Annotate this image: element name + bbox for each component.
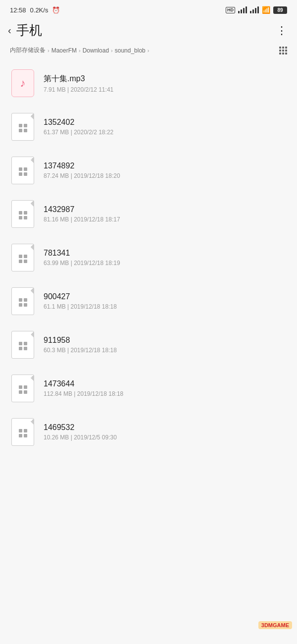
status-left: 12:58 0.2K/s ⏰ xyxy=(10,6,60,14)
speed-label: 0.2K/s xyxy=(30,6,49,14)
battery-indicator: 89 xyxy=(273,6,287,14)
list-item[interactable]: 1432987 81.16 MB | 2019/12/18 18:17 xyxy=(0,192,297,236)
breadcrumb-item-3[interactable]: sound_blob xyxy=(115,47,146,54)
hd-badge: HD xyxy=(226,7,235,13)
file-meta: 10.26 MB | 2019/12/5 09:30 xyxy=(44,434,287,441)
list-item[interactable]: 781341 63.99 MB | 2019/12/18 18:19 xyxy=(0,236,297,279)
file-info: 1469532 10.26 MB | 2019/12/5 09:30 xyxy=(44,423,287,441)
list-item[interactable]: 1374892 87.24 MB | 2019/12/18 18:20 xyxy=(0,149,297,192)
file-name: 911958 xyxy=(44,336,287,345)
file-icon-container xyxy=(10,199,36,229)
file-meta: 87.24 MB | 2019/12/18 18:20 xyxy=(44,172,287,179)
file-info: 1352402 61.37 MB | 2020/2/2 18:22 xyxy=(44,118,287,136)
grid-icon xyxy=(279,47,287,54)
file-name: 1432987 xyxy=(44,205,287,214)
breadcrumb-item-0[interactable]: 内部存储设备 xyxy=(10,46,46,54)
file-info: 900427 61.1 MB | 2019/12/18 18:18 xyxy=(44,292,287,310)
file-name: 1374892 xyxy=(44,161,287,170)
file-icon-container xyxy=(10,374,36,403)
file-name: 1352402 xyxy=(44,118,287,127)
file-meta: 61.37 MB | 2020/2/2 18:22 xyxy=(44,129,287,136)
file-icon-container xyxy=(10,330,36,360)
file-icon-container xyxy=(10,286,36,316)
list-item[interactable]: ♪ 第十集.mp3 7.91 MB | 2020/2/12 11:41 xyxy=(0,61,297,105)
file-info: 第十集.mp3 7.91 MB | 2020/2/12 11:41 xyxy=(44,74,287,93)
file-name: 第十集.mp3 xyxy=(44,74,287,84)
header-left: ‹ 手机 xyxy=(8,22,42,39)
file-meta: 112.84 MB | 2019/12/18 18:18 xyxy=(44,390,287,397)
list-item[interactable]: 1469532 10.26 MB | 2019/12/5 09:30 xyxy=(0,410,297,454)
file-info: 911958 60.3 MB | 2019/12/18 18:18 xyxy=(44,336,287,354)
status-right: HD 📶 89 xyxy=(226,6,287,14)
list-item[interactable]: 1473644 112.84 MB | 2019/12/18 18:18 xyxy=(0,367,297,410)
file-name: 781341 xyxy=(44,249,287,258)
more-button[interactable]: ⋮ xyxy=(276,24,287,37)
signal-icon xyxy=(238,6,247,13)
list-item[interactable]: 1352402 61.37 MB | 2020/2/2 18:22 xyxy=(0,105,297,149)
file-name: 900427 xyxy=(44,292,287,301)
file-info: 1432987 81.16 MB | 2019/12/18 18:17 xyxy=(44,205,287,223)
wifi-icon: 📶 xyxy=(262,6,270,14)
file-icon-container xyxy=(10,417,36,447)
grid-view-button[interactable] xyxy=(279,47,287,54)
file-info: 1374892 87.24 MB | 2019/12/18 18:20 xyxy=(44,161,287,179)
page-title: 手机 xyxy=(16,22,42,39)
file-meta: 63.99 MB | 2019/12/18 18:19 xyxy=(44,260,287,267)
signal-icon-2 xyxy=(250,6,259,13)
breadcrumb-item-2[interactable]: Download xyxy=(83,47,109,54)
breadcrumb-sep-0: › xyxy=(48,48,50,54)
file-icon-container xyxy=(10,112,36,142)
file-name: 1473644 xyxy=(44,379,287,388)
breadcrumb: 内部存储设备 › MaoerFM › Download › sound_blob… xyxy=(0,43,297,57)
file-icon-container xyxy=(10,243,36,272)
time-label: 12:58 xyxy=(10,6,26,14)
breadcrumb-item-1[interactable]: MaoerFM xyxy=(51,47,77,54)
list-item[interactable]: 900427 61.1 MB | 2019/12/18 18:18 xyxy=(0,279,297,323)
header: ‹ 手机 ⋮ xyxy=(0,18,297,43)
file-meta: 61.1 MB | 2019/12/18 18:18 xyxy=(44,303,287,310)
file-info: 781341 63.99 MB | 2019/12/18 18:19 xyxy=(44,249,287,267)
list-item[interactable]: 911958 60.3 MB | 2019/12/18 18:18 xyxy=(0,323,297,367)
file-info: 1473644 112.84 MB | 2019/12/18 18:18 xyxy=(44,379,287,397)
breadcrumb-sep-1: › xyxy=(79,48,81,54)
file-meta: 60.3 MB | 2019/12/18 18:18 xyxy=(44,347,287,354)
status-bar: 12:58 0.2K/s ⏰ HD 📶 89 xyxy=(0,0,297,18)
breadcrumb-sep-2: › xyxy=(111,48,113,54)
watermark: 3DMGAME xyxy=(258,621,292,629)
file-meta: 81.16 MB | 2019/12/18 18:17 xyxy=(44,216,287,223)
breadcrumb-sep-3: › xyxy=(148,48,149,54)
music-note-icon: ♪ xyxy=(20,77,26,90)
file-name: 1469532 xyxy=(44,423,287,432)
file-list: ♪ 第十集.mp3 7.91 MB | 2020/2/12 11:41 1352… xyxy=(0,57,297,458)
alarm-icon: ⏰ xyxy=(52,6,60,14)
watermark-text: 3DMGAME xyxy=(258,621,292,629)
file-icon-container xyxy=(10,156,36,185)
back-button[interactable]: ‹ xyxy=(8,25,11,36)
file-meta: 7.91 MB | 2020/2/12 11:41 xyxy=(44,86,287,93)
file-icon-music: ♪ xyxy=(10,68,36,98)
